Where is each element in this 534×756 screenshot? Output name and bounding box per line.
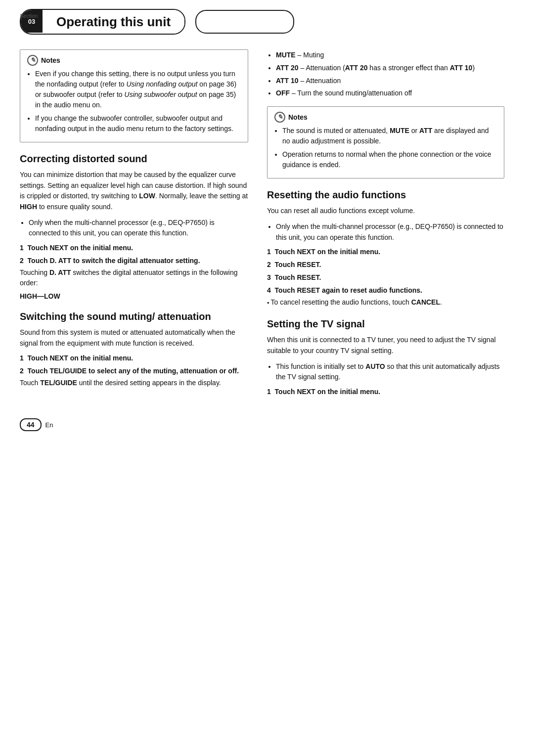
switching-body: Sound from this system is muted or atten… [20, 327, 248, 349]
notes-header-2: ✎ Notes [274, 112, 497, 123]
mute-item-mute: MUTE – Muting [276, 49, 504, 61]
setting-tv-bullet-item: This function is initially set to AUTO s… [276, 361, 504, 383]
notes-box-1: ✎ Notes Even if you change this setting,… [20, 49, 248, 142]
note2-item-1: The sound is muted or attenuated, MUTE o… [282, 126, 497, 146]
setting-tv-bullet-list: This function is initially set to AUTO s… [267, 361, 504, 383]
page-header: 03 Operating this unit [0, 9, 534, 35]
r-step-4-sub-list: To cancel resetting the audio functions,… [267, 297, 504, 308]
notes-list-2: The sound is muted or attenuated, MUTE o… [274, 126, 497, 170]
note-item: If you change the subwoofer controller, … [35, 113, 241, 134]
setting-tv-heading: Setting the TV signal [267, 318, 504, 330]
step-2-body: Touching D. ATT switches the digital att… [20, 267, 248, 288]
note2-item-2: Operation returns to normal when the pho… [282, 149, 497, 170]
main-content: ✎ Notes Even if you change this setting,… [0, 49, 534, 399]
page-number: 44 [20, 418, 42, 431]
notes-box-2: ✎ Notes The sound is muted or attenuated… [267, 106, 504, 178]
page-footer: 44 En [0, 418, 534, 431]
sw-step-1: 1 Touch NEXT on the initial menu. [20, 354, 248, 362]
right-column: MUTE – Muting ATT 20 – Attenuation (ATT … [262, 49, 504, 399]
mute-item-att10: ATT 10 – Attenuation [276, 75, 504, 87]
page-title: Operating this unit [43, 10, 184, 34]
r-cancel-note: To cancel resetting the audio functions,… [267, 297, 504, 308]
notes-header-1: ✎ Notes [27, 55, 241, 66]
sw-step-2-body: Touch TEL/GUIDE until the desired settin… [20, 378, 248, 388]
r-step-3: 3 Touch RESET. [267, 273, 504, 281]
correcting-bullet-item: Only when the multi-channel processor (e… [29, 218, 248, 239]
section-label: Section [20, 13, 38, 19]
notes-title-1: Notes [41, 56, 60, 64]
sw-step-2: 2 Touch TEL/GUIDE to select any of the m… [20, 367, 248, 375]
tv-step-1: 1 Touch NEXT on the initial menu. [267, 388, 504, 396]
r-step-4: 4 Touch RESET again to reset audio funct… [267, 286, 504, 294]
left-column: ✎ Notes Even if you change this setting,… [20, 49, 262, 399]
setting-tv-body: When this unit is connected to a TV tune… [267, 335, 504, 356]
notes-icon-1: ✎ [27, 55, 38, 66]
step-2-label: 2 Touch D. ATT to switch the digital att… [20, 257, 248, 265]
switching-heading: Switching the sound muting/ attenuation [20, 311, 248, 322]
r-step-2: 2 Touch RESET. [267, 261, 504, 268]
notes-icon-2: ✎ [274, 112, 285, 123]
high-low: HIGH—LOW [20, 292, 248, 300]
resetting-body: You can reset all audio functions except… [267, 206, 504, 217]
notes-title-2: Notes [288, 113, 308, 121]
note-item: Even if you change this setting, there i… [35, 69, 241, 110]
mute-list: MUTE – Muting ATT 20 – Attenuation (ATT … [267, 49, 504, 99]
header-right-decoration [195, 10, 294, 34]
resetting-bullet-item: Only when the multi-channel processor (e… [276, 222, 504, 243]
correcting-bullet-list: Only when the multi-channel processor (e… [20, 218, 248, 239]
resetting-bullet-list: Only when the multi-channel processor (e… [267, 222, 504, 243]
correcting-heading: Correcting distorted sound [20, 153, 248, 165]
notes-list-1: Even if you change this setting, there i… [27, 69, 241, 134]
mute-item-att20: ATT 20 – Attenuation (ATT 20 has a stron… [276, 62, 504, 74]
resetting-heading: Resetting the audio functions [267, 189, 504, 201]
language-label: En [45, 421, 53, 429]
r-step-1: 1 Touch NEXT on the initial menu. [267, 248, 504, 256]
mute-item-off: OFF – Turn the sound muting/attenuation … [276, 88, 504, 99]
correcting-body: You can minimize distortion that may be … [20, 170, 248, 213]
step-1-label: 1 Touch NEXT on the initial menu. [20, 244, 248, 252]
